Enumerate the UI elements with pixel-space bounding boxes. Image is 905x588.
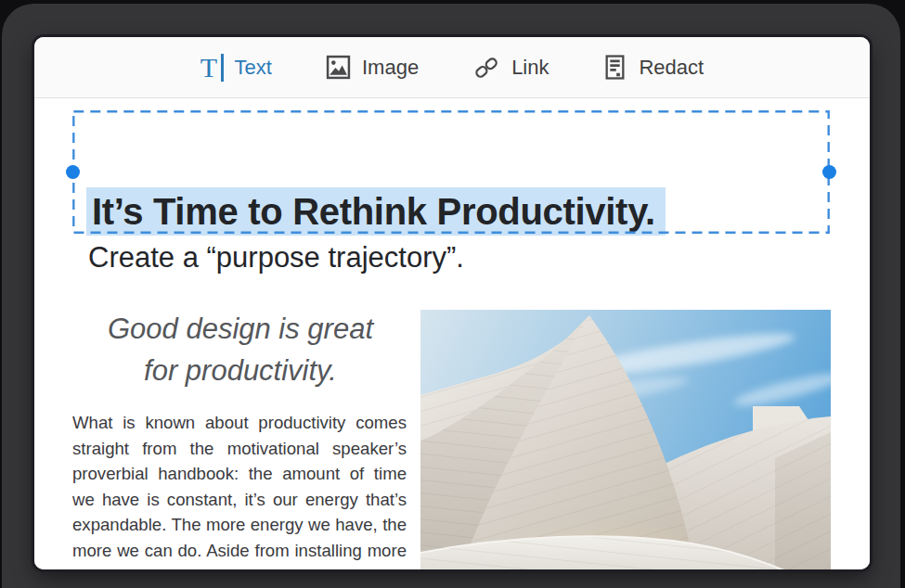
subheadline-text[interactable]: Create a “purpose trajectory”. [88, 237, 464, 278]
lead-line: Good design is great [72, 308, 408, 350]
text-selection-box[interactable] [72, 110, 830, 234]
selection-handle-right[interactable] [822, 165, 836, 179]
tool-link-button[interactable]: Link [472, 55, 549, 81]
body-paragraph[interactable]: What is known about productivity comesst… [72, 410, 407, 569]
paragraph-line: we have is constant, it’s our energy tha… [72, 487, 407, 513]
tool-image-label: Image [362, 56, 419, 80]
redact-icon [602, 55, 627, 80]
lead-line: for productivity. [72, 350, 408, 391]
document-photo[interactable] [420, 310, 831, 569]
paragraph-line: straight from the motivational speaker’s [72, 436, 407, 462]
tool-image-button[interactable]: Image [326, 55, 419, 80]
tool-link-label: Link [511, 56, 549, 80]
edit-toolbar: T Text Image [34, 37, 870, 98]
selection-handle-left[interactable] [66, 165, 80, 179]
tool-redact-button[interactable]: Redact [602, 55, 704, 80]
tool-redact-label: Redact [639, 56, 704, 80]
image-icon [326, 55, 351, 80]
lead-heading[interactable]: Good design is great for productivity. [72, 308, 408, 391]
text-cursor-icon: T [200, 54, 224, 82]
paragraph-line: more we can do. Aside from installing mo… [72, 538, 407, 564]
tool-text-button[interactable]: T Text [200, 54, 272, 82]
screenshot-stage: T Text Image [0, 0, 905, 588]
paragraph-line: expandable. The more energy we have, the [72, 512, 407, 538]
paragraph-line: proverbial handbook: the amount of time [72, 461, 407, 487]
document-page[interactable]: It’s Time to Rethink Productivity. Creat… [34, 98, 870, 569]
tool-text-label: Text [235, 56, 272, 80]
app-screen: T Text Image [34, 37, 870, 569]
paragraph-line: latte machines, how do we supercharge ou… [72, 564, 407, 569]
paragraph-line: What is known about productivity comes [72, 410, 407, 436]
link-icon [472, 55, 500, 81]
